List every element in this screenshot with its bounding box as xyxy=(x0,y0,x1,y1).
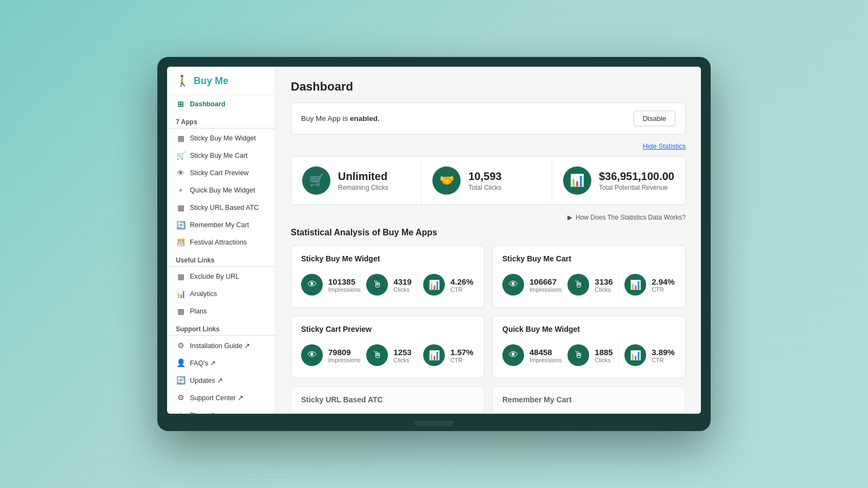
app-card-stats-2: 👁 79809 Impressions 🖱 1253 Cl xyxy=(301,341,474,369)
app-stat-clicks-1: 🖱 3136 Clicks xyxy=(567,271,619,299)
app-card-stats-3: 👁 48458 Impressions 🖱 1885 Cl xyxy=(502,341,675,369)
clicks-icon-3: 🖱 xyxy=(567,344,589,366)
sidebar-label-remember-my-cart: Remember My Cart xyxy=(190,221,249,229)
sidebar-item-exclude-by-url[interactable]: ▦ Exclude By URL xyxy=(167,268,275,285)
ctr-label-0: CTR xyxy=(450,286,474,293)
impressions-icon-2: 👁 xyxy=(301,344,323,366)
app-card-sticky-buy-me-cart: Sticky Buy Me Cart 👁 106667 Impressions xyxy=(492,245,686,308)
sidebar-item-blogs[interactable]: ☆ Blogs ↗ xyxy=(167,406,275,414)
sidebar-label-installation-guide: Installation Guide ↗ xyxy=(190,342,250,350)
clicks-icon-1: 🖱 xyxy=(567,274,589,296)
sidebar-section-apps: 7 Apps xyxy=(167,113,275,129)
impressions-label-2: Impressions xyxy=(328,357,360,363)
impressions-icon-0: 👁 xyxy=(301,274,323,296)
ctr-label-1: CTR xyxy=(652,286,675,293)
sidebar-item-dashboard[interactable]: ⊞ Dashboard xyxy=(167,95,275,113)
clicks-label-0: Clicks xyxy=(393,286,411,293)
ctr-label-3: CTR xyxy=(652,357,675,363)
ctr-icon-1: 📊 xyxy=(624,274,646,296)
total-revenue-icon: 📊 xyxy=(563,166,591,195)
sidebar-label-plans: Plans xyxy=(190,307,207,315)
clicks-value-3: 1885 xyxy=(595,348,612,357)
remaining-clicks-value: Unlimited xyxy=(338,170,388,183)
app-card-title-3: Quick Buy Me Widget xyxy=(502,325,675,333)
updates-icon: 🔄 xyxy=(176,375,186,385)
sidebar-item-faqs[interactable]: 👤 FAQ's ↗ xyxy=(167,354,275,371)
status-text-pre: Buy Me App is xyxy=(301,114,350,123)
section-title: Statistical Analysis of Buy Me Apps xyxy=(291,228,686,237)
sidebar-item-quick-buy-me-widget[interactable]: ＋ Quick Buy Me Widget xyxy=(167,182,275,199)
app-card-remember-my-cart: Remember My Cart xyxy=(492,386,686,413)
impressions-label-0: Impressions xyxy=(328,286,360,293)
sidebar-item-sticky-url-based-atc[interactable]: ▦ Sticky URL Based ATC xyxy=(167,199,275,216)
app-stat-impressions-1: 👁 106667 Impressions xyxy=(502,271,562,299)
url-atc-icon: ▦ xyxy=(176,203,186,213)
impressions-value-0: 101385 xyxy=(328,277,360,286)
stat-remaining-info: Unlimited Remaining Clicks xyxy=(338,170,388,191)
total-revenue-value: $36,951,100.00 xyxy=(599,170,674,183)
impressions-value-3: 48458 xyxy=(529,348,561,357)
app-card-quick-buy-me-widget: Quick Buy Me Widget 👁 48458 Impressions xyxy=(492,316,686,378)
sidebar-item-analytics[interactable]: 📊 Analytics xyxy=(167,285,275,303)
app-stat-impressions-0: 👁 101385 Impressions xyxy=(301,271,361,299)
disable-button[interactable]: Disable xyxy=(634,111,675,126)
app-stat-ctr-1: 📊 2.94% CTR xyxy=(624,271,675,299)
remember-icon: 🔄 xyxy=(176,220,186,230)
app-card-title-2: Sticky Cart Preview xyxy=(301,325,474,333)
ctr-value-2: 1.57% xyxy=(450,348,474,357)
app-card-stats-1: 👁 106667 Impressions 🖱 3136 C xyxy=(502,271,675,299)
sidebar-label-sticky-buy-me-cart: Sticky Buy Me Cart xyxy=(190,152,247,159)
sidebar-label-support-center: Support Center ↗ xyxy=(190,394,244,402)
sidebar-item-sticky-buy-me-cart[interactable]: 🛒 Sticky Buy Me Cart xyxy=(167,147,275,164)
app-card-title-0: Sticky Buy Me Widget xyxy=(301,254,474,263)
play-icon: ▶ xyxy=(567,214,572,221)
sidebar-label-sticky-cart-preview: Sticky Cart Preview xyxy=(190,169,248,177)
sidebar-item-dashboard-label: Dashboard xyxy=(190,100,225,108)
sidebar-label-blogs: Blogs ↗ xyxy=(190,411,215,414)
stat-total-info: 10,593 Total Clicks xyxy=(468,170,501,191)
app-stat-clicks-3: 🖱 1885 Clicks xyxy=(567,341,619,369)
hide-stats-link[interactable]: Hide Statistics xyxy=(643,143,686,150)
ctr-icon-0: 📊 xyxy=(423,274,445,296)
cart-icon: 🛒 xyxy=(176,151,186,160)
sidebar-section-useful: Useful Links xyxy=(167,251,275,267)
sidebar-item-festival-attractions[interactable]: 🎊 Festival Attractions xyxy=(167,234,275,251)
stat-total-revenue: 📊 $36,951,100.00 Total Potential Revenue xyxy=(552,157,685,204)
impressions-value-1: 106667 xyxy=(529,277,561,286)
festival-icon: 🎊 xyxy=(176,237,186,247)
ctr-value-1: 2.94% xyxy=(652,277,675,286)
sidebar-item-sticky-buy-me-widget[interactable]: ▦ Sticky Buy Me Widget xyxy=(167,130,275,147)
sidebar-item-installation-guide[interactable]: ⚙ Installation Guide ↗ xyxy=(167,337,275,354)
ctr-icon-2: 📊 xyxy=(423,344,445,366)
clicks-value-1: 3136 xyxy=(595,277,612,286)
how-it-works[interactable]: ▶ How Does The Statistics Data Works? xyxy=(291,214,686,221)
clicks-label-2: Clicks xyxy=(393,357,411,363)
stat-total-clicks: 🤝 10,593 Total Clicks xyxy=(422,157,552,204)
sidebar-item-support-center[interactable]: ⚙ Support Center ↗ xyxy=(167,389,275,406)
clicks-label-1: Clicks xyxy=(595,286,612,293)
plans-icon: ▦ xyxy=(176,306,186,316)
app-logo: 🚶 Buy Me xyxy=(167,67,275,95)
stat-revenue-info: $36,951,100.00 Total Potential Revenue xyxy=(599,170,674,191)
sidebar-label-faqs: FAQ's ↗ xyxy=(190,359,216,367)
status-enabled: enabled. xyxy=(350,114,380,123)
ctr-icon-3: 📊 xyxy=(624,344,646,366)
sidebar-item-updates[interactable]: 🔄 Updates ↗ xyxy=(167,371,275,389)
remaining-clicks-icon: 🛒 xyxy=(302,166,330,195)
app-card-title-5: Remember My Cart xyxy=(502,395,675,404)
app-stat-clicks-2: 🖱 1253 Clicks xyxy=(366,341,418,369)
widget-icon: ▦ xyxy=(176,133,186,143)
sidebar-section-support: Support Links xyxy=(167,320,275,336)
app-stat-impressions-2: 👁 79809 Impressions xyxy=(301,341,361,369)
apps-grid: Sticky Buy Me Widget 👁 101385 Impression… xyxy=(291,245,686,413)
sidebar-label-updates: Updates ↗ xyxy=(190,376,223,384)
impressions-value-2: 79809 xyxy=(328,348,360,357)
clicks-value-2: 1253 xyxy=(393,348,411,357)
plus-icon: ＋ xyxy=(176,185,186,195)
clicks-value-0: 4319 xyxy=(393,277,411,286)
sidebar-item-remember-my-cart[interactable]: 🔄 Remember My Cart xyxy=(167,216,275,234)
impressions-label-3: Impressions xyxy=(529,357,561,363)
sidebar-item-sticky-cart-preview[interactable]: 👁 Sticky Cart Preview xyxy=(167,164,275,182)
sidebar-item-plans[interactable]: ▦ Plans xyxy=(167,303,275,320)
app-stat-ctr-2: 📊 1.57% CTR xyxy=(423,341,474,369)
